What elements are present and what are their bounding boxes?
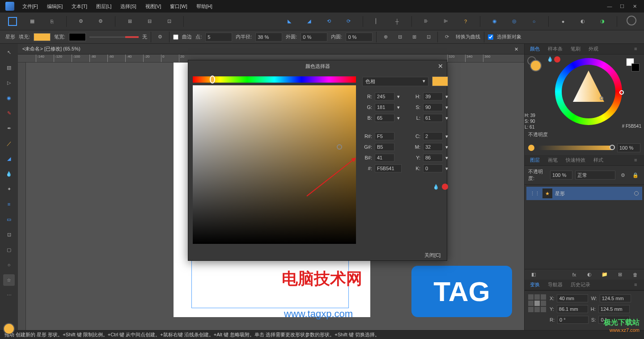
bh-input[interactable] xyxy=(375,154,394,162)
menu-help[interactable]: 帮助[H] xyxy=(192,0,217,13)
y-input[interactable] xyxy=(557,305,588,313)
shape2-icon[interactable]: ◐ xyxy=(577,16,588,27)
help-icon[interactable]: ? xyxy=(460,16,471,27)
w-input[interactable] xyxy=(600,294,631,302)
hue-handle[interactable] xyxy=(210,75,215,84)
tab-swatches[interactable]: 样本条 xyxy=(546,45,564,53)
account-icon[interactable] xyxy=(626,16,637,27)
pen-tool[interactable]: ✒ xyxy=(3,122,15,134)
color-mode-select[interactable]: 色相▾ xyxy=(362,77,428,86)
color-wheel[interactable] xyxy=(555,58,622,125)
anchor-grid[interactable] xyxy=(528,294,546,312)
innerc-input[interactable] xyxy=(346,33,373,42)
image-tool[interactable]: ▭ xyxy=(3,213,15,225)
bool1-icon[interactable]: ◉ xyxy=(489,16,500,27)
blend-mode-select[interactable] xyxy=(575,171,615,180)
tab-layers[interactable]: 图层 xyxy=(528,156,542,164)
picker-eyedropper[interactable]: 💧 xyxy=(362,184,448,190)
minimize-icon[interactable]: — xyxy=(606,3,613,9)
snap-c-icon[interactable]: ⊞ xyxy=(409,32,419,42)
opacity-slider[interactable] xyxy=(538,146,614,150)
selnew-checkbox[interactable] xyxy=(488,34,493,40)
group-icon[interactable]: 📁 xyxy=(599,269,610,280)
menu-edit[interactable]: 编辑[E] xyxy=(42,0,67,13)
star-tool[interactable]: ☆ xyxy=(3,274,15,286)
color-picker-close-icon[interactable]: ✕ xyxy=(438,63,443,70)
tab-appearance[interactable]: 外观 xyxy=(587,45,600,53)
tab-transform[interactable]: 变换 xyxy=(528,280,542,289)
panel-menu-icon[interactable]: ≡ xyxy=(634,46,640,52)
l-input[interactable] xyxy=(423,114,443,122)
convert-icon[interactable]: ⟳ xyxy=(441,32,452,42)
snap-b-icon[interactable]: ⊟ xyxy=(394,32,405,42)
gear2-icon[interactable]: ⚙ xyxy=(95,16,106,27)
convert-label[interactable]: 转换为曲线 xyxy=(456,33,480,40)
adjust-icon[interactable]: ◐ xyxy=(584,269,595,280)
transform-menu-icon[interactable]: ≡ xyxy=(634,282,640,288)
document-tab[interactable]: <未命名> [已修改] (65.5%) ✕ xyxy=(18,44,524,54)
b-input[interactable] xyxy=(375,114,394,122)
distribute-icon[interactable]: ⊪ xyxy=(421,16,432,27)
add-layer-icon[interactable]: ⊞ xyxy=(614,269,625,280)
hue-slider[interactable] xyxy=(193,76,356,83)
shape1-icon[interactable]: ● xyxy=(558,16,568,27)
grid-icon[interactable]: ▦ xyxy=(27,16,38,27)
fill-swatch[interactable] xyxy=(34,33,51,41)
color-picker-titlebar[interactable]: 颜色选择器 ✕ xyxy=(188,60,447,72)
tab-navigator[interactable]: 导航器 xyxy=(546,280,564,289)
rect-tool[interactable]: ▢ xyxy=(3,244,15,255)
export-icon[interactable]: ⎘ xyxy=(47,16,57,27)
layer-drag-icon[interactable]: ⋮⋮ xyxy=(530,191,540,197)
layers-menu-icon[interactable]: ≡ xyxy=(634,157,640,163)
mask-icon[interactable]: ◧ xyxy=(528,269,539,280)
foreground-color[interactable] xyxy=(3,323,15,335)
tab-fx[interactable]: 快速特效 xyxy=(564,156,587,164)
delete-layer-icon[interactable]: 🗑 xyxy=(630,269,640,280)
snap2-icon[interactable]: ⊟ xyxy=(144,16,155,27)
corner-tool[interactable]: ◉ xyxy=(3,92,15,104)
ellipse-tool[interactable]: ○ xyxy=(3,259,15,271)
layer-lock-icon[interactable]: 🔒 xyxy=(631,170,640,180)
node-tool[interactable]: ▷ xyxy=(3,77,15,88)
fill-tool[interactable]: ◢ xyxy=(3,153,15,164)
saturation-box[interactable] xyxy=(193,85,356,244)
home-icon[interactable] xyxy=(7,16,18,27)
rotate-r-icon[interactable]: ⟳ xyxy=(343,16,354,27)
arrange-icon[interactable]: ⊫ xyxy=(441,16,451,27)
snap1-icon[interactable]: ⊞ xyxy=(124,16,135,27)
hex-input[interactable] xyxy=(375,164,402,172)
r-input[interactable] xyxy=(375,92,394,100)
opacity-input[interactable] xyxy=(617,143,640,152)
align-c-icon[interactable]: ┼ xyxy=(392,16,402,27)
gradient-tool[interactable]: ≡ xyxy=(3,198,15,210)
menu-layer[interactable]: 图层[L] xyxy=(92,0,116,13)
pencil-tool[interactable]: ✎ xyxy=(3,107,15,119)
flip-v-icon[interactable]: ◢ xyxy=(304,16,314,27)
r-input[interactable] xyxy=(557,316,589,324)
eyedropper-tool[interactable]: 💧 xyxy=(3,168,15,180)
tab-history[interactable]: 历史记录 xyxy=(569,280,592,289)
fx-icon[interactable]: fx xyxy=(569,269,580,280)
menu-file[interactable]: 文件[F] xyxy=(18,0,42,13)
brush-tool[interactable]: ／ xyxy=(3,138,15,149)
gh-input[interactable] xyxy=(375,143,394,151)
color-picker-close-button[interactable]: 关闭[C] xyxy=(424,252,441,259)
c-input[interactable] xyxy=(423,132,443,140)
menu-text[interactable]: 文本[T] xyxy=(67,0,92,13)
default-swatches[interactable] xyxy=(626,58,640,71)
stroke-width-slider[interactable] xyxy=(89,37,139,38)
tab-stroke[interactable]: 画笔 xyxy=(546,156,559,164)
g-input[interactable] xyxy=(375,103,394,111)
rotate-l-icon[interactable]: ⟲ xyxy=(323,16,334,27)
shape-tool[interactable]: ✦ xyxy=(3,183,15,195)
snap-a-icon[interactable]: ⊕ xyxy=(380,32,391,42)
h-input[interactable] xyxy=(598,305,630,313)
gear-icon[interactable]: ⚙ xyxy=(76,16,86,27)
fx-gear-icon[interactable]: ⚙ xyxy=(155,32,165,42)
menu-view[interactable]: 视图[V] xyxy=(141,0,165,13)
layer-visibility-icon[interactable] xyxy=(634,191,639,196)
tab-close-icon[interactable]: ✕ xyxy=(514,46,520,52)
bool3-icon[interactable]: ○ xyxy=(529,16,539,27)
tab-styles[interactable]: 样式 xyxy=(592,156,605,164)
saturation-handle[interactable] xyxy=(337,144,342,150)
